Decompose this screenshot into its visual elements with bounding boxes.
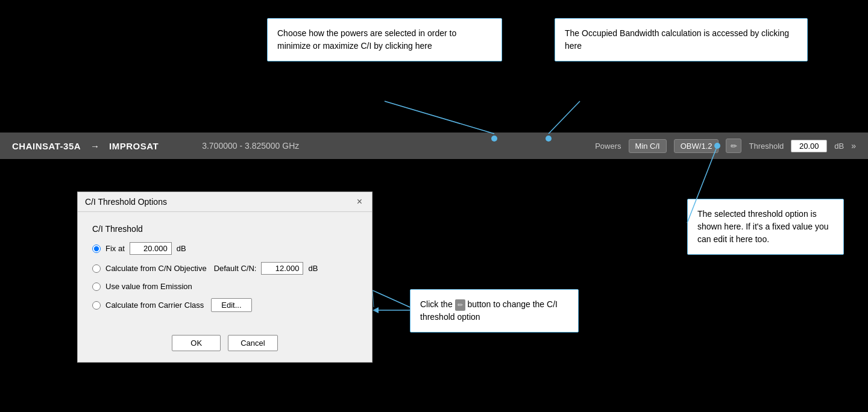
threshold-label: Threshold (749, 142, 784, 151)
tooltip-powers-selection: Choose how the powers are selected in or… (267, 18, 502, 61)
cn-objective-radio[interactable] (92, 264, 101, 273)
pencil-icon: ✏ (731, 142, 737, 151)
carrier-class-edit-button[interactable]: Edit... (211, 298, 251, 312)
carrier-class-radio[interactable] (92, 301, 101, 310)
fix-at-input[interactable] (130, 242, 172, 255)
cn-objective-label[interactable]: Calculate from C/N Objective (105, 264, 207, 273)
dialog-footer: OK Cancel (78, 329, 372, 362)
fix-at-radio[interactable] (92, 245, 101, 253)
arrow-separator: → (90, 141, 99, 151)
min-ci-button[interactable]: Min C/I (629, 139, 667, 153)
emission-radio-row: Use value from Emission (92, 282, 357, 291)
tooltip-obw-text: The Occupied Bandwidth calculation is ac… (565, 28, 789, 51)
ci-threshold-dialog: C/I Threshold Options × C/I Threshold Fi… (77, 192, 373, 363)
satellite-from-label: CHAINSAT-35A (12, 141, 81, 151)
tooltip-pencil-text-before: Click the (420, 299, 455, 309)
emission-radio[interactable] (92, 282, 101, 291)
carrier-class-radio-row: Calculate from Carrier Class Edit... (92, 298, 357, 312)
default-cn-label: Default C/N: (214, 264, 257, 273)
tooltip-threshold-text: The selected threshold option is shown h… (697, 209, 828, 244)
dialog-titlebar: C/I Threshold Options × (78, 192, 372, 212)
ci-threshold-section-label: C/I Threshold (92, 224, 357, 234)
satellite-to-label: IMPROSAT (109, 141, 159, 151)
db-unit-label: dB (834, 142, 844, 151)
svg-line-3 (549, 101, 580, 134)
carrier-class-label[interactable]: Calculate from Carrier Class (105, 301, 204, 310)
more-options-chevron[interactable]: » (851, 141, 856, 151)
svg-marker-11 (373, 307, 379, 313)
frequency-range-label: 3.700000 - 3.825000 GHz (202, 141, 588, 151)
fix-at-unit: dB (177, 244, 186, 253)
dialog-title: C/I Threshold Options (85, 197, 167, 207)
dialog-ok-button[interactable]: OK (172, 335, 221, 351)
powers-label: Powers (595, 142, 621, 151)
fix-at-radio-row: Fix at dB (92, 242, 357, 255)
main-toolbar: CHAINSAT-35A → IMPROSAT 3.700000 - 3.825… (0, 133, 868, 159)
emission-label[interactable]: Use value from Emission (105, 282, 192, 291)
fix-at-label[interactable]: Fix at (105, 244, 125, 253)
dialog-cancel-button[interactable]: Cancel (228, 335, 277, 351)
svg-line-0 (385, 101, 494, 134)
cn-objective-radio-row: Calculate from C/N Objective Default C/N… (92, 262, 357, 275)
tooltip-powers-text: Choose how the powers are selected in or… (277, 28, 456, 51)
pencil-threshold-button[interactable]: ✏ (726, 139, 741, 153)
threshold-value[interactable]: 20.00 (791, 140, 827, 152)
pencil-icon-inline: ✏ (455, 299, 465, 311)
dialog-body: C/I Threshold Fix at dB Calculate from C… (78, 212, 372, 329)
tooltip-pencil-button: Click the ✏ button to change the C/I thr… (410, 289, 579, 332)
svg-line-7 (373, 290, 410, 307)
svg-line-9 (373, 290, 374, 307)
cn-unit: dB (308, 264, 318, 273)
dialog-close-button[interactable]: × (354, 197, 365, 207)
tooltip-obw: The Occupied Bandwidth calculation is ac… (555, 18, 808, 61)
default-cn-input[interactable] (261, 262, 303, 275)
obw-button[interactable]: OBW/1.2 (674, 139, 719, 153)
tooltip-threshold-display: The selected threshold option is shown h… (687, 199, 844, 255)
